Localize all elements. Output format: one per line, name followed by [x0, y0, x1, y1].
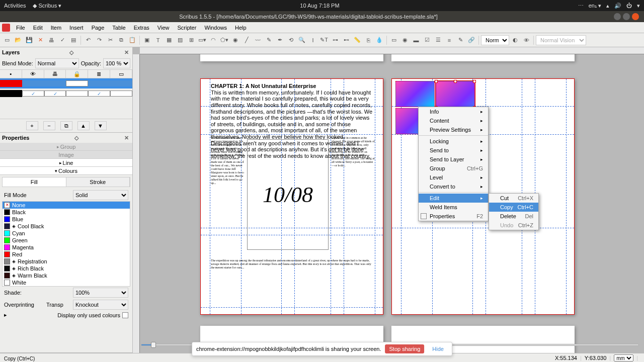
ctx-locking[interactable]: Locking▸	[419, 137, 488, 146]
pdf-annot[interactable]: ✎	[455, 35, 465, 45]
pdf-combo[interactable]: ☰	[433, 35, 443, 45]
color-row-magenta[interactable]: Magenta	[3, 244, 130, 251]
fill-tab[interactable]: Fill	[3, 177, 66, 187]
fillmode-select[interactable]: Solid	[73, 190, 128, 200]
overprint-select[interactable]: Knockout	[73, 300, 128, 310]
layer-visible-checkbox[interactable]	[22, 80, 44, 86]
layer-flow-checkbox[interactable]	[88, 90, 110, 97]
ctx-group[interactable]: GroupCtrl+G	[419, 164, 488, 173]
shade-select[interactable]: 100%	[73, 288, 128, 298]
edittext-tool[interactable]: ✎T	[319, 35, 329, 45]
ruler-vertical[interactable]	[133, 54, 140, 353]
close-button[interactable]: ✕	[35, 35, 45, 45]
linkframes-tool[interactable]: ⊶	[330, 35, 340, 45]
context-submenu-edit[interactable]: CutCtrl+XCopyCtrl+CDeleteDelUndoCtrl+Z	[489, 193, 539, 230]
cut-button[interactable]: ✂	[105, 35, 115, 45]
open-button[interactable]: 📂	[13, 35, 23, 45]
page-left[interactable]: CHAPTER 1: A Not Unnatural Enterprise Th…	[200, 78, 383, 315]
color-row-warm-black[interactable]: ◈Warm Black	[3, 272, 130, 279]
lang-indicator[interactable]: en₁ ▾	[589, 3, 601, 9]
layer-row-0[interactable]	[0, 78, 132, 88]
menu-windows[interactable]: Windows	[200, 23, 231, 32]
add-layer-button[interactable]: +	[26, 121, 38, 130]
preflight-button[interactable]: ✓	[57, 35, 67, 45]
table-tool[interactable]: ⊞	[186, 35, 196, 45]
redo-button[interactable]: ↷	[94, 35, 104, 45]
context-menu[interactable]: Info▸Content▸Preview Settings▸Locking▸Se…	[418, 107, 489, 221]
ctx-convert-to[interactable]: Convert to▸	[419, 182, 488, 191]
text-frame-col2[interactable]: a great deal in common as he pleased. Hi…	[331, 135, 376, 256]
close-button[interactable]	[632, 13, 639, 20]
print-button[interactable]: 🖶	[46, 35, 56, 45]
menu-help[interactable]: Help	[231, 23, 251, 32]
hide-notification-button[interactable]: Hide	[428, 344, 448, 353]
maximize-button[interactable]	[623, 13, 630, 20]
network-icon[interactable]: ▴	[606, 3, 609, 9]
unlinkframes-tool[interactable]: ⊷	[341, 35, 351, 45]
pdf-link[interactable]: 🔗	[466, 35, 476, 45]
measure-tool[interactable]: 📏	[352, 35, 362, 45]
ctx-edit-cut[interactable]: CutCtrl+X	[489, 194, 538, 203]
layer-outline-checkbox[interactable]	[110, 90, 132, 97]
unit-select[interactable]: mm	[614, 354, 633, 361]
new-button[interactable]: ▭	[2, 35, 12, 45]
color-row-cool-black[interactable]: ◈Cool Black	[3, 223, 130, 230]
polygon-tool[interactable]: ⬠▾	[219, 35, 229, 45]
preview-toggle[interactable]: 👁	[521, 35, 531, 45]
paste-button[interactable]: 📋	[127, 35, 137, 45]
layer-outline-checkbox[interactable]	[110, 80, 132, 86]
copy-button[interactable]: ⧉	[116, 35, 126, 45]
properties-close[interactable]: ✕	[123, 134, 130, 141]
tray-more-icon[interactable]: ⋯	[578, 3, 584, 9]
layer-visible-checkbox[interactable]	[22, 90, 44, 97]
arc-tool[interactable]: ◠	[208, 35, 218, 45]
stop-sharing-button[interactable]: Stop sharing	[385, 344, 425, 353]
minimize-button[interactable]	[614, 13, 621, 20]
expand-icon[interactable]: ▸	[4, 312, 7, 318]
cms-toggle[interactable]: ◐	[510, 35, 520, 45]
ctx-preview-settings[interactable]: Preview Settings▸	[419, 125, 488, 134]
spiral-tool[interactable]: ◉	[230, 35, 240, 45]
undo-button[interactable]: ↶	[83, 35, 93, 45]
opacity-select[interactable]: 100 %	[103, 58, 130, 68]
delete-layer-button[interactable]: −	[43, 121, 55, 130]
calligraphy-tool[interactable]: ✒	[275, 35, 285, 45]
color-row-blue[interactable]: Blue	[3, 216, 130, 223]
color-row-none[interactable]: ✕None	[3, 202, 130, 209]
layer-lock-checkbox[interactable]	[66, 90, 88, 97]
volume-icon[interactable]: 🔊	[614, 3, 621, 9]
ctx-level[interactable]: Level▸	[419, 173, 488, 182]
prop-image[interactable]: Image	[0, 151, 132, 159]
pdf-pushbutton[interactable]: ▭	[389, 35, 399, 45]
stroke-tab[interactable]: Stroke	[66, 177, 130, 187]
pdf-checkbox[interactable]: ☑	[422, 35, 432, 45]
menu-item[interactable]: Item	[47, 23, 65, 32]
app-indicator[interactable]: ◆ Scribus ▾	[33, 3, 61, 9]
layer-row-1[interactable]	[0, 88, 132, 99]
line-tool[interactable]: ╱	[242, 35, 252, 45]
ruler-horizontal[interactable]	[140, 47, 644, 54]
display-only-checkbox[interactable]	[122, 312, 128, 318]
pdf-button[interactable]: ▤	[68, 35, 78, 45]
blend-mode-select[interactable]: Normal	[35, 58, 79, 68]
color-row-registration[interactable]: ◈Registration	[3, 258, 130, 265]
layer-up-button[interactable]: ▲	[77, 121, 90, 130]
layer-down-button[interactable]: ▼	[95, 121, 107, 130]
layer-flow-checkbox[interactable]	[88, 80, 110, 86]
select-tool[interactable]: ▣	[142, 35, 152, 45]
text-frame-footer[interactable]: The expedition was up among the thousand…	[210, 258, 374, 308]
power-icon[interactable]: ⏻	[626, 3, 632, 9]
menu-insert[interactable]: Insert	[65, 23, 88, 32]
pdf-textfield[interactable]: ▬	[411, 35, 421, 45]
color-row-black[interactable]: Black	[3, 209, 130, 216]
text-frame-header[interactable]: CHAPTER 1: A Not Unnatural Enterprise Th…	[210, 82, 374, 132]
ctx-info[interactable]: Info▸	[419, 107, 488, 116]
editcontent-tool[interactable]: I	[308, 35, 318, 45]
canvas-area[interactable]: CHAPTER 1: A Not Unnatural Enterprise Th…	[133, 47, 644, 353]
layers-close[interactable]: ✕	[123, 49, 130, 56]
copyprops-tool[interactable]: ⎘	[363, 35, 373, 45]
image-frame-1[interactable]	[395, 81, 435, 107]
prop-colours[interactable]: ▾Colours	[0, 167, 132, 175]
ctx-content[interactable]: Content▸	[419, 116, 488, 125]
vision-mode-select[interactable]: Normal Vision	[536, 35, 586, 45]
